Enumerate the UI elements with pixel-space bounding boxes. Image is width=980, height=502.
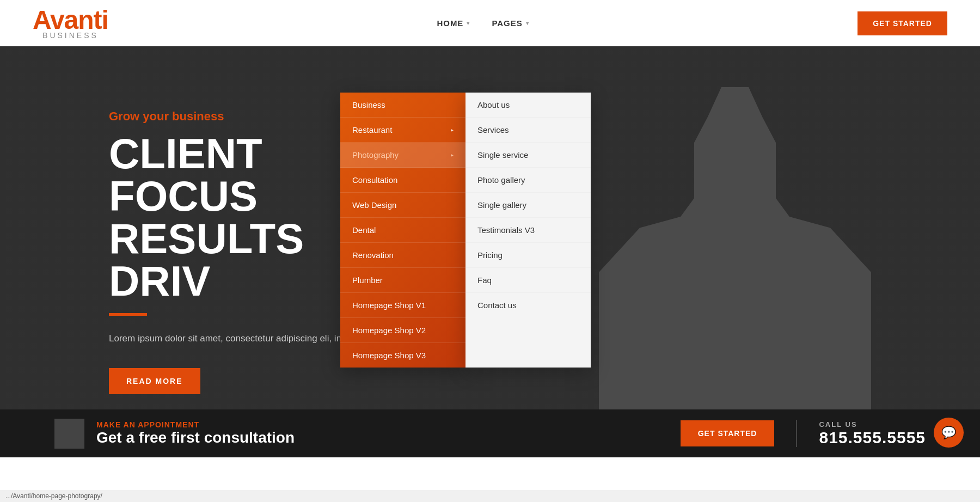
nav-area: HOME ▾ PAGES ▾ (437, 19, 529, 28)
dropdown-item-restaurant[interactable]: Restaurant ▸ (340, 118, 465, 143)
dropdown-menu: Business Restaurant ▸ Photography ▸ Cons… (340, 93, 591, 368)
get-started-button[interactable]: GET STARTED (857, 11, 947, 35)
sub-item-photo-gallery[interactable]: Photo gallery (465, 168, 591, 193)
chevron-down-icon: ▾ (526, 20, 529, 26)
dropdown-item-renovation[interactable]: Renovation (340, 243, 465, 268)
appointment-icon (54, 419, 84, 449)
chat-button[interactable]: 💬 (934, 418, 964, 448)
call-section: CALL US 815.555.5555 (819, 420, 926, 447)
bottom-bar: Make an appointment Get a free first con… (0, 409, 980, 457)
hero-section: Grow your business CLIENT FOCUS RESULTS … (0, 46, 980, 457)
sub-item-about[interactable]: About us (465, 93, 591, 118)
dropdown-item-web-design[interactable]: Web Design (340, 193, 465, 218)
chevron-right-icon: ▸ (451, 152, 454, 158)
dropdown-item-shop-v2[interactable]: Homepage Shop V2 (340, 318, 465, 343)
sub-item-testimonials[interactable]: Testimonials V3 (465, 218, 591, 243)
dropdown-item-consultation[interactable]: Consultation (340, 168, 465, 193)
dropdown-item-business[interactable]: Business (340, 93, 465, 118)
chevron-right-icon: ▸ (451, 127, 454, 133)
dropdown-main-list: Business Restaurant ▸ Photography ▸ Cons… (340, 93, 465, 368)
call-number: 815.555.5555 (819, 428, 926, 447)
dropdown-item-plumber[interactable]: Plumber (340, 268, 465, 293)
dropdown-item-photography[interactable]: Photography ▸ (340, 143, 465, 168)
appointment-title: Get a free first consultation (96, 429, 681, 446)
sub-item-single-gallery[interactable]: Single gallery (465, 193, 591, 218)
logo[interactable]: Avanti BUSINESS (33, 7, 108, 40)
chevron-down-icon: ▾ (467, 20, 470, 26)
nav-pages[interactable]: PAGES ▾ (492, 19, 529, 28)
dropdown-item-shop-v1[interactable]: Homepage Shop V1 (340, 293, 465, 318)
read-more-button[interactable]: READ MORE (109, 368, 200, 394)
appointment-text: Make an appointment Get a free first con… (96, 420, 681, 446)
appointment-label: Make an appointment (96, 420, 681, 429)
status-bar: .../Avanti/home-page-photograpy/ (0, 490, 980, 502)
divider (796, 420, 797, 447)
dropdown-item-dental[interactable]: Dental (340, 218, 465, 243)
header: Avanti BUSINESS HOME ▾ PAGES ▾ GET START… (0, 0, 980, 46)
sub-item-single-service[interactable]: Single service (465, 143, 591, 168)
sub-item-contact[interactable]: Contact us (465, 293, 591, 317)
nav-home[interactable]: HOME ▾ (437, 19, 470, 28)
sub-item-faq[interactable]: Faq (465, 268, 591, 293)
sub-item-services[interactable]: Services (465, 118, 591, 143)
dropdown-sub-list: About us Services Single service Photo g… (465, 93, 591, 368)
dropdown-item-shop-v3[interactable]: Homepage Shop V3 (340, 343, 465, 368)
logo-sub: BUSINESS (42, 31, 99, 40)
bottom-get-started-button[interactable]: GET STARTED (681, 420, 775, 446)
logo-name: Avanti (33, 7, 108, 33)
status-url: .../Avanti/home-page-photograpy/ (5, 492, 102, 500)
chat-icon: 💬 (941, 426, 956, 440)
hero-divider (109, 313, 147, 316)
call-label: CALL US (819, 420, 926, 428)
sub-item-pricing[interactable]: Pricing (465, 243, 591, 268)
